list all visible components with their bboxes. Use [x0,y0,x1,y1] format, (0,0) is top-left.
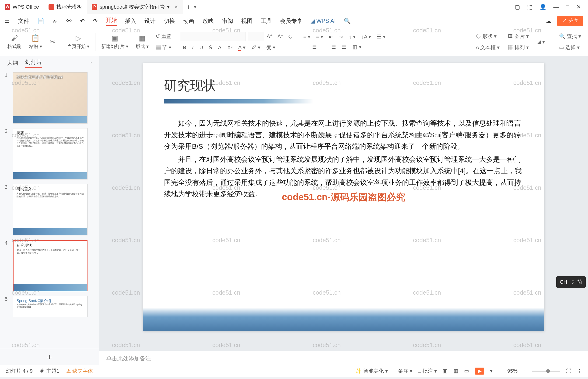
font-size-select[interactable] [248,32,264,41]
slide-body[interactable]: 如今，因为无线网相关技术的快速，尤其是在网上进行资源的上传下载、搜索查询等技术，… [164,117,523,200]
ribbon-style[interactable]: ◢ ▾ [535,38,547,46]
distribute-icon[interactable]: ☰ [339,43,349,51]
thumbnail-3[interactable]: 研究意义 方便高校对会议室进行预订管理，能够根据用户类型对会议室进行不同权限的管… [13,184,87,236]
slide-counter[interactable]: 幻灯片 4 / 9 [6,368,33,375]
menu-view[interactable]: 视图 [241,17,252,25]
add-slide-button[interactable]: + [0,349,99,365]
slideshow-dropdown[interactable]: ▾ [490,368,493,374]
menu-design[interactable]: 设计 [144,17,156,25]
search-icon[interactable]: 🔍 [344,18,351,24]
highlight-icon[interactable]: 🖍 ▾ [249,43,263,52]
statusbar-more-icon[interactable]: ⋮ [577,368,582,374]
align-text-icon[interactable]: ☰ ▾ [374,33,388,41]
align-justify-icon[interactable]: ☰ [329,43,338,51]
font-family-select[interactable] [180,32,245,41]
ribbon-picture[interactable]: 🖼 图片 ▾ [505,32,531,41]
comment-toggle[interactable]: □ 批注 ▾ [418,368,437,375]
font-color-icon[interactable]: A ▾ [236,43,248,52]
ribbon-paste[interactable]: 📋 粘贴 ▾ [26,34,45,50]
thumbnail-row[interactable]: 4 研究现状 如今，因为无线网相关技术的快速，尤其是在网上进行资源的上传下载、搜… [5,240,94,291]
ribbon-new-slide[interactable]: ▣ 新建幻灯片 ▾ [99,34,131,50]
slideshow-button[interactable]: ▶ [475,368,484,375]
align-right-icon[interactable]: ≡ [320,43,328,51]
thumbnail-2[interactable]: 摘要 网络管理信息化的时候，人类生活质量日益的精神，平台开发的应用软件得到越多的… [13,128,87,179]
tab-document[interactable]: P springboot高校会议室预订管 ▾ ✕ [87,0,183,14]
view-normal-icon[interactable]: ▣ [443,368,448,374]
quick-print-icon[interactable]: 🖨 [52,18,58,24]
menu-tools[interactable]: 工具 [261,17,272,25]
window-cube-icon[interactable]: ⬚ [527,4,533,10]
thumbnail-5[interactable]: Spring Boot框架介绍 Spring Boot是由Pivotal团队开发… [13,296,87,317]
ribbon-layout[interactable]: ▦ 版式 ▾ [133,34,152,50]
tab-close-icon[interactable]: ✕ [174,4,178,10]
zoom-out-icon[interactable]: − [498,368,502,374]
align-left-icon[interactable]: ≡ [301,43,309,51]
zoom-slider[interactable] [532,371,560,372]
ribbon-from-page[interactable]: ▷ 当页开始 ▾ [64,34,92,50]
zoom-level[interactable]: 95% [507,368,518,374]
quick-new-icon[interactable]: 📄 [37,18,44,24]
menu-review[interactable]: 审阅 [222,17,233,25]
superscript-icon[interactable]: X² [225,43,235,52]
smart-beautify[interactable]: ✨ 智能美化 ▾ [355,368,387,375]
bold-icon[interactable]: B [180,43,188,52]
avatar-icon[interactable]: 👤 [539,4,546,10]
new-tab-dropdown[interactable]: ▾ [194,4,196,10]
pinyin-icon[interactable]: 变 ▾ [264,43,278,52]
view-reading-icon[interactable]: ▭ [464,368,469,374]
theme-indicator[interactable]: ◈ 主题1 [40,368,59,375]
thumbnail-1[interactable]: 高校会议室预订管理系统ppt [13,72,87,124]
ribbon-textbox[interactable]: A 文本框 ▾ [473,43,502,52]
window-close-icon[interactable]: ✕ [576,4,581,10]
slide-title[interactable]: 研究现状 [164,77,523,95]
collapse-panel-icon[interactable]: ‹ [90,60,92,66]
line-spacing-icon[interactable]: ↕ ▾ [347,33,358,41]
canvas-viewport[interactable]: 研究现状 如今，因为无线网相关技术的快速，尤其是在网上进行资源的上传下载、搜索查… [99,56,588,351]
align-center-icon[interactable]: ☰ [310,43,319,51]
decrease-font-icon[interactable]: A⁻ [275,32,286,41]
thumbnail-row[interactable]: 1 高校会议室预订管理系统ppt [5,72,94,124]
ribbon-find[interactable]: 🔍 查找 ▾ [557,32,583,41]
notes-pane[interactable]: 单击此处添加备注 [99,351,588,365]
underline-icon[interactable]: U [197,43,205,52]
fit-window-icon[interactable]: ⛶ [566,368,571,374]
window-minimize-icon[interactable]: — [554,4,559,10]
hamburger-icon[interactable]: ☰ [5,18,10,24]
zoom-in-icon[interactable]: + [523,368,526,374]
columns-icon[interactable]: ▥ ▾ [350,43,364,51]
ribbon-shapes[interactable]: ◇ 形状 ▾ [473,32,502,41]
thumbnail-4[interactable]: 研究现状 如今，因为无线网相关技术的快速，尤其是在网上进行资源的上传下载、搜索查… [13,240,87,291]
indent-right-icon[interactable]: ⇥ [337,33,346,41]
thumbnail-row[interactable]: 3 研究意义 方便高校对会议室进行预订管理，能够根据用户类型对会议室进行不同权限… [5,184,94,236]
menu-transition[interactable]: 切换 [164,17,175,25]
shadow-icon[interactable]: A [216,43,224,52]
text-direction-icon[interactable]: ↓A ▾ [359,33,374,41]
indent-left-icon[interactable]: ⇤ [327,33,336,41]
menu-slideshow[interactable]: 放映 [202,17,214,25]
notes-toggle[interactable]: ≡ 备注 ▾ [394,368,412,375]
missing-font[interactable]: ⚠ 缺失字体 [66,368,93,375]
ribbon-select[interactable]: ▭ 选择 ▾ [557,43,583,52]
menu-file[interactable]: 文件 [18,17,29,25]
ribbon-cut[interactable]: ✂ [47,38,58,46]
window-layout-icon[interactable]: ▢ [515,4,520,10]
menu-member[interactable]: 会员专享 [280,17,302,25]
cloud-icon[interactable]: ☁ [546,18,551,24]
redo-icon[interactable]: ↷ [93,18,98,24]
ribbon-format-painter[interactable]: 🖌 格式刷 [5,34,24,50]
ribbon-section[interactable]: ▤ 节 ▾ [153,43,174,52]
undo-icon[interactable]: ↶ [80,18,85,24]
share-button[interactable]: ↗ 分享 [557,16,583,26]
italic-icon[interactable]: I [190,43,196,52]
quick-preview-icon[interactable]: 👁 [66,18,72,24]
number-list-icon[interactable]: ≡ ▾ [314,33,325,41]
menu-animation[interactable]: 动画 [183,17,194,25]
increase-font-icon[interactable]: A⁺ [264,32,275,41]
tab-outline[interactable]: 大纲 [7,59,18,67]
tab-docer[interactable]: 找稻壳模板 [44,0,87,14]
new-tab-button[interactable]: + [183,3,194,11]
tab-slides[interactable]: 幻灯片 [25,58,42,68]
ribbon-reset[interactable]: ↺ 重置 [153,32,174,41]
menu-insert[interactable]: 插入 [125,17,136,25]
clear-format-icon[interactable]: ◇ [286,32,295,41]
